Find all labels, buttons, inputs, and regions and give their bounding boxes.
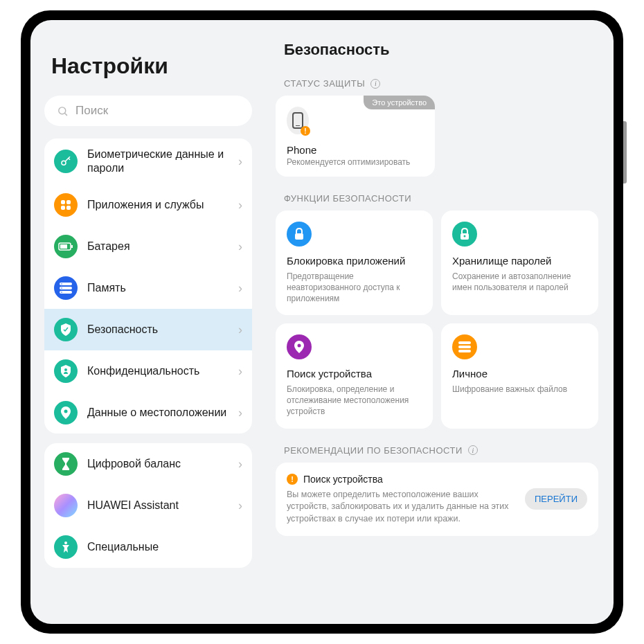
device-card[interactable]: Это устройство ! Phone Рекомендуется опт… — [276, 96, 435, 177]
feature-desc: Сохранение и автозаполнение имен пользов… — [452, 271, 587, 293]
feature-personal[interactable]: Личное Шифрование важных файлов — [441, 323, 598, 428]
sidebar-item-security[interactable]: Безопасность › — [44, 309, 252, 350]
screen: Настройки Поиск Биометрические данные и … — [30, 20, 614, 624]
search-input[interactable]: Поиск — [44, 96, 252, 126]
tablet-frame: Настройки Поиск Биометрические данные и … — [21, 10, 623, 634]
sidebar-item-privacy[interactable]: Конфиденциаль­ность › — [44, 350, 252, 392]
warning-icon: ! — [287, 474, 298, 485]
privacy-icon — [54, 359, 78, 383]
sidebar-item-label: Приложения и службы — [87, 198, 229, 212]
search-placeholder: Поиск — [75, 104, 108, 118]
recommendation-header: ! Поиск устройства — [287, 474, 517, 485]
section-label: ФУНКЦИИ БЕЗОПАСНОСТИ — [284, 193, 411, 204]
sidebar-item-digital-balance[interactable]: Цифровой баланс › — [44, 443, 252, 485]
features-header: ФУНКЦИИ БЕЗОПАСНОСТИ — [284, 193, 598, 204]
svg-rect-5 — [61, 206, 65, 210]
vault-icon — [452, 222, 477, 247]
sidebar-item-battery[interactable]: Батарея › — [44, 226, 252, 267]
recommendation-title: Поиск устройства — [303, 474, 383, 485]
feature-title: Личное — [452, 368, 587, 381]
feature-title: Хранилище паролей — [452, 255, 587, 268]
svg-point-14 — [61, 287, 62, 289]
info-icon[interactable]: i — [370, 79, 380, 89]
sidebar-item-label: Данные о местоположении — [87, 406, 229, 420]
chevron-right-icon: › — [238, 154, 242, 169]
sidebar-item-label: Безопасность — [87, 323, 229, 337]
chevron-right-icon: › — [238, 240, 242, 254]
device-badge: Это устройство — [364, 96, 435, 109]
svg-point-0 — [59, 107, 66, 114]
sidebar-item-label: Цифровой баланс — [87, 457, 229, 471]
sidebar-item-assistant[interactable]: HUAWEI Assistant › — [44, 485, 252, 526]
feature-app-lock[interactable]: Блокировка приложений Предотвращение неа… — [276, 211, 433, 315]
main-content: Безопасность СТАТУС ЗАЩИТЫ i Это устройс… — [266, 20, 614, 624]
sidebar-item-special[interactable]: Специальные — [44, 526, 252, 568]
accessibility-icon — [54, 535, 78, 559]
chevron-right-icon: › — [238, 281, 242, 296]
svg-rect-4 — [66, 200, 71, 204]
sidebar-item-label: Специальные — [87, 540, 242, 554]
feature-password-vault[interactable]: Хранилище паролей Сохранение и автозапол… — [441, 211, 598, 315]
feature-desc: Шифрование важных файлов — [452, 384, 587, 395]
sidebar: Настройки Поиск Биометрические данные и … — [30, 20, 266, 624]
sidebar-title: Настройки — [51, 53, 252, 79]
chevron-right-icon: › — [238, 406, 242, 420]
chevron-right-icon: › — [238, 323, 242, 337]
search-icon — [57, 105, 69, 117]
feature-find-device[interactable]: Поиск устройства Блокировка, определение… — [276, 323, 433, 428]
location-icon — [54, 401, 78, 424]
sidebar-group-1: Биометрические данные и пароли › Приложе… — [44, 138, 252, 433]
page-title: Безопасность — [284, 41, 598, 59]
svg-rect-3 — [61, 200, 65, 204]
section-label: СТАТУС ЗАЩИТЫ — [284, 78, 365, 89]
sidebar-item-storage[interactable]: Память › — [44, 267, 252, 309]
chevron-right-icon: › — [238, 499, 242, 513]
sidebar-item-label: Память — [87, 281, 229, 295]
sidebar-item-label: Батарея — [87, 240, 229, 253]
apps-icon — [54, 193, 78, 217]
protection-status-header: СТАТУС ЗАЩИТЫ i — [284, 78, 598, 89]
feature-desc: Предотвращение неавторизованного доступа… — [287, 271, 422, 305]
svg-rect-24 — [458, 346, 471, 348]
svg-point-18 — [64, 542, 67, 544]
sidebar-group-2: Цифровой баланс › HUAWEI Assistant › Спе… — [44, 443, 252, 568]
svg-point-15 — [61, 292, 62, 293]
info-icon[interactable]: i — [468, 445, 478, 455]
sidebar-item-apps[interactable]: Приложения и службы › — [44, 184, 252, 226]
svg-point-22 — [298, 344, 301, 348]
svg-rect-9 — [60, 244, 67, 249]
svg-rect-19 — [295, 233, 303, 240]
svg-point-2 — [62, 161, 66, 165]
lock-icon — [287, 222, 312, 247]
sidebar-item-biometrics[interactable]: Биометрические данные и пароли › — [44, 138, 252, 184]
recommendations-header: РЕКОМЕНДАЦИИ ПО БЕЗОПАСНОСТИ i — [284, 445, 598, 456]
hourglass-icon — [54, 452, 78, 476]
svg-line-1 — [64, 113, 67, 116]
key-icon — [54, 150, 78, 173]
device-name: Phone — [287, 144, 424, 156]
warning-icon: ! — [301, 126, 310, 136]
recommendation-desc: Вы можете определить местоположение ваши… — [287, 489, 517, 526]
svg-point-13 — [61, 283, 62, 285]
sidebar-item-label: HUAWEI Assistant — [87, 499, 229, 512]
recommendation-card: ! Поиск устройства Вы можете определить … — [276, 463, 598, 537]
svg-point-17 — [64, 410, 68, 413]
feature-desc: Блокировка, определение и отслеживание м… — [287, 384, 422, 418]
chevron-right-icon: › — [238, 198, 242, 213]
svg-point-16 — [64, 368, 67, 371]
sidebar-item-location[interactable]: Данные о местоположении › — [44, 392, 252, 433]
storage-icon — [54, 276, 78, 300]
recommendation-content: ! Поиск устройства Вы можете определить … — [287, 474, 517, 526]
battery-icon — [54, 235, 78, 258]
go-button[interactable]: ПЕРЕЙТИ — [525, 488, 587, 510]
svg-rect-23 — [458, 341, 471, 344]
chevron-right-icon: › — [238, 457, 242, 472]
svg-rect-8 — [71, 245, 73, 248]
chevron-right-icon: › — [238, 364, 242, 379]
svg-point-21 — [464, 235, 466, 238]
svg-rect-25 — [458, 350, 471, 352]
shield-icon — [54, 318, 78, 341]
feature-title: Блокировка приложений — [287, 255, 422, 268]
assistant-icon — [54, 494, 78, 517]
feature-grid: Блокировка приложений Предотвращение неа… — [276, 211, 598, 429]
